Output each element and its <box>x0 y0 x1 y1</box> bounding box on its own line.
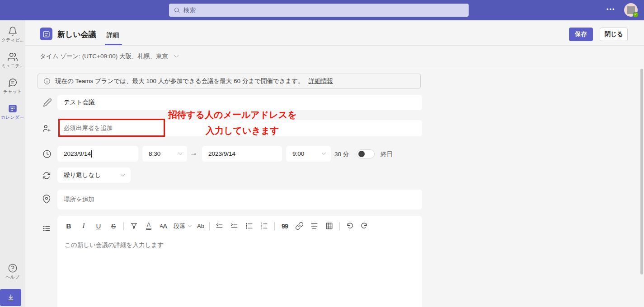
align-icon <box>310 222 319 230</box>
insert-table-button[interactable] <box>324 221 334 231</box>
text-cursor <box>91 150 92 158</box>
bullet-list-button[interactable] <box>244 221 254 231</box>
allday-label: 終日 <box>381 150 393 158</box>
duration-label: 30 分 <box>334 150 349 158</box>
outdent-icon <box>215 222 224 230</box>
calendar-icon <box>8 103 18 113</box>
agenda-icon <box>42 224 51 233</box>
plan-info-text: 現在の Teams プランでは、最大 100 人が参加できる会議を最大 60 分… <box>55 77 304 85</box>
calendar-icon <box>42 30 50 38</box>
annotation-text-line1: 招待する人のメールアドレスを <box>168 109 297 121</box>
indent-button[interactable] <box>230 221 240 231</box>
font-color-bar <box>146 228 151 230</box>
font-color-label: A <box>147 222 150 228</box>
redo-button[interactable] <box>360 221 370 231</box>
help-icon <box>8 263 18 273</box>
end-date-input[interactable]: 2023/9/14 <box>202 146 282 162</box>
search-icon <box>174 7 180 14</box>
bold-button[interactable]: B <box>64 221 74 231</box>
highlight-button[interactable] <box>129 221 139 231</box>
tab-active-underline <box>105 44 122 45</box>
clock-icon <box>42 149 52 158</box>
save-button[interactable]: 保存 <box>569 28 593 41</box>
outdent-button[interactable] <box>215 221 225 231</box>
start-date-input[interactable]: 2023/9/14 <box>57 146 138 162</box>
sidebar-item-calendar[interactable]: カレンダー <box>0 103 25 121</box>
person-add-icon <box>42 124 52 133</box>
bullet-list-icon <box>245 222 254 230</box>
chevron-down-icon <box>174 55 179 58</box>
align-button[interactable] <box>310 221 320 231</box>
info-icon <box>43 78 51 85</box>
timezone-selector[interactable]: タイム ゾーン: (UTC+09:00) 大阪、札幌、東京 <box>25 46 644 67</box>
sidebar-item-label: ミュニテ... <box>0 63 25 69</box>
start-date-value: 2023/9/14 <box>64 150 91 157</box>
recurrence-select[interactable]: 繰り返しなし <box>57 167 131 183</box>
sidebar-item-chat[interactable]: チャット <box>0 78 25 95</box>
sidebar-item-label: クティビ... <box>0 37 25 43</box>
meeting-calendar-tile <box>40 28 52 40</box>
sidebar-item-community[interactable]: ミュニテ... <box>0 52 25 69</box>
meeting-title-input[interactable]: テスト会議 <box>57 95 422 110</box>
editor-toolbar: B I U S A AA 段落 Ab 123 <box>57 216 422 231</box>
location-input[interactable]: 場所を追加 <box>57 190 422 209</box>
start-time-select[interactable]: 8:30 <box>142 146 187 162</box>
link-icon <box>295 222 304 230</box>
repeat-icon <box>42 171 51 180</box>
font-size-button[interactable]: AA <box>159 221 169 231</box>
indent-icon <box>230 222 239 230</box>
sidebar-item-label: カレンダー <box>0 114 25 121</box>
page-title: 新しい会議 <box>57 29 96 40</box>
arrow-right-icon: → <box>190 149 197 158</box>
search-input[interactable]: 検索 <box>169 4 469 17</box>
recurrence-value: 繰り返しなし <box>64 171 101 179</box>
blockquote-button[interactable]: 99 <box>280 221 290 231</box>
avatar[interactable]: ✓ <box>624 3 638 17</box>
more-options-icon[interactable]: ••• <box>606 6 616 13</box>
italic-button[interactable]: I <box>79 221 89 231</box>
strikethrough-button[interactable]: S <box>108 221 118 231</box>
font-size-small-a: A <box>160 223 163 228</box>
allday-toggle[interactable] <box>357 149 375 158</box>
underline-button[interactable]: U <box>94 221 103 231</box>
description-input[interactable]: この新しい会議の詳細を入力します <box>57 231 422 249</box>
undo-button[interactable] <box>345 221 355 231</box>
sidebar-item-help[interactable]: ヘルプ <box>0 263 25 280</box>
chevron-down-icon <box>120 174 125 177</box>
end-time-value: 9:00 <box>292 150 304 157</box>
location-pin-icon <box>42 195 51 204</box>
paragraph-dropdown[interactable]: 段落 <box>174 221 192 231</box>
description-placeholder: この新しい会議の詳細を入力します <box>65 242 164 248</box>
sidebar-item-label: ヘルプ <box>0 274 25 280</box>
description-editor: B I U S A AA 段落 Ab 123 <box>57 216 422 307</box>
vertical-scrollbar[interactable] <box>640 69 643 274</box>
learn-more-link[interactable]: 詳細情報 <box>309 77 333 85</box>
sidebar-item-label: チャット <box>0 88 25 95</box>
numbered-list-button[interactable]: 123 <box>259 221 269 231</box>
font-size-big-a: A <box>163 222 167 230</box>
tab-details[interactable]: 詳細 <box>107 31 119 39</box>
start-time-value: 8:30 <box>149 150 160 157</box>
search-placeholder: 検索 <box>183 6 196 14</box>
plan-info-banner: 現在の Teams プランでは、最大 100 人が参加できる会議を最大 60 分… <box>38 74 421 88</box>
chevron-down-icon <box>178 152 183 155</box>
location-placeholder: 場所を追加 <box>64 195 94 204</box>
sidebar-item-activity[interactable]: クティビ... <box>0 26 25 43</box>
toolbar-divider <box>123 222 124 230</box>
chevron-down-icon <box>188 225 192 228</box>
end-time-select[interactable]: 9:00 <box>286 146 331 162</box>
undo-icon <box>345 222 354 230</box>
close-button[interactable]: 閉じる <box>600 28 628 41</box>
font-color-button[interactable]: A <box>144 221 154 231</box>
paragraph-label: 段落 <box>174 222 185 230</box>
toolbar-divider <box>339 222 340 230</box>
toggle-knob <box>358 151 365 157</box>
insert-link-button[interactable] <box>295 221 305 231</box>
presence-available-icon: ✓ <box>633 12 639 18</box>
svg-text:3: 3 <box>261 227 262 230</box>
timezone-label: タイム ゾーン: (UTC+09:00) 大阪、札幌、東京 <box>40 52 168 60</box>
download-app-button[interactable] <box>0 289 21 306</box>
clear-format-button[interactable]: Ab <box>197 221 204 231</box>
highlight-icon <box>130 222 138 230</box>
top-bar: 検索 ••• ✓ <box>0 0 644 20</box>
